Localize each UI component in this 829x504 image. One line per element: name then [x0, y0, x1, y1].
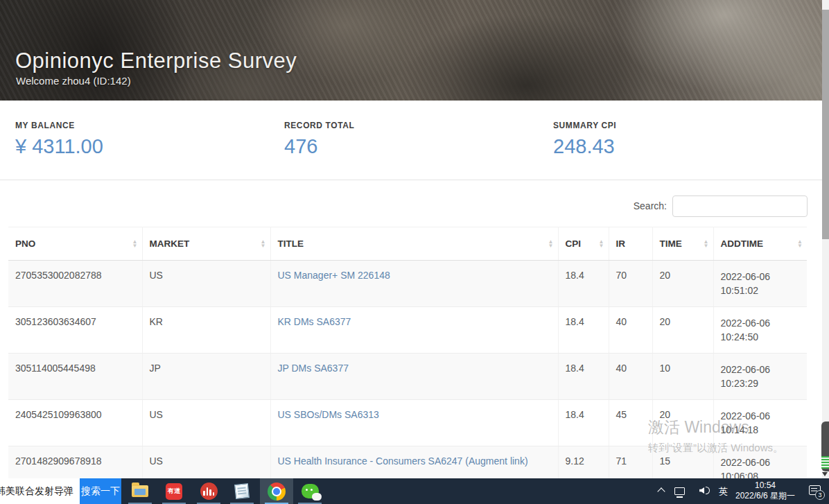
scrollbar-thumb[interactable]	[822, 10, 829, 239]
column-header-market[interactable]: MARKET▲▼	[142, 227, 270, 261]
survey-title-link[interactable]: KR DMs SA6377	[278, 316, 351, 327]
taskbar-clock[interactable]: 10:54 2022/6/6 星期一	[731, 480, 800, 501]
column-header-cpi[interactable]: CPI▲▼	[558, 227, 609, 261]
stat-value: 476	[284, 135, 354, 158]
cell-time: 20	[652, 400, 713, 446]
cell-addtime: 2022-06-06 10:14:18	[713, 400, 807, 446]
speaker-wave-icon	[706, 487, 710, 494]
speaker-icon[interactable]	[699, 487, 704, 494]
header-banner: Opinionyc Enterprise Survey Welcome zhou…	[0, 0, 822, 101]
welcome-text: Welcome zhou4 (ID:142)	[16, 75, 131, 87]
clock-time: 10:54	[731, 480, 800, 491]
stat-value: ¥ 4311.00	[15, 135, 103, 158]
netease-music-icon	[200, 483, 218, 500]
cell-cpi: 18.4	[558, 400, 609, 446]
cell-pno: 2705353002082788	[8, 261, 142, 307]
cell-pno: 305114005445498	[8, 354, 142, 400]
search-input[interactable]	[672, 195, 808, 217]
table-row: 2705353002082788USUS Manager+ SM 2261481…	[8, 261, 807, 307]
sort-icon: ▲▼	[132, 240, 138, 248]
cell-title: US Manager+ SM 226148	[270, 261, 558, 307]
table-search: Search:	[634, 195, 808, 217]
taskbar-file-explorer[interactable]	[123, 478, 157, 504]
chrome-icon	[268, 483, 286, 501]
column-header-ir[interactable]: IR▲▼	[609, 227, 652, 261]
cell-addtime: 2022-06-06 10:24:50	[713, 307, 807, 354]
cell-ir: 40	[609, 307, 652, 354]
taskbar: 韩美联合发射导弹 搜索一下 有道 英	[0, 478, 829, 504]
column-header-time[interactable]: TIME▲▼	[652, 227, 713, 261]
stat-value: 248.43	[553, 135, 616, 158]
stat-summary-cpi: SUMMARY CPI 248.43	[553, 121, 616, 158]
network-icon[interactable]	[674, 487, 685, 495]
cell-market: KR	[142, 307, 270, 354]
notification-badge: 3	[815, 490, 825, 500]
download-arrow-icon	[822, 472, 828, 476]
column-header-pno[interactable]: PNO▲▼	[8, 227, 142, 261]
cell-market: US	[142, 400, 270, 446]
cell-title: KR DMs SA6377	[270, 307, 558, 354]
cell-cpi: 18.4	[558, 307, 609, 354]
survey-title-link[interactable]: US SBOs/DMs SA6313	[278, 409, 379, 420]
survey-table: PNO▲▼ MARKET▲▼ TITLE▲▼ CPI▲▼ IR▲▼ TIME▲▼…	[8, 227, 807, 493]
cell-market: US	[142, 261, 270, 307]
sort-icon: ▲▼	[548, 240, 554, 248]
stat-label: MY BALANCE	[15, 121, 103, 130]
download-float-widget[interactable]	[821, 422, 829, 471]
cell-addtime: 2022-06-06 10:23:29	[713, 354, 807, 400]
survey-title-link[interactable]: JP DMs SA6377	[278, 363, 349, 374]
cell-market: JP	[142, 354, 270, 400]
cell-cpi: 18.4	[558, 261, 609, 307]
sort-icon: ▲▼	[704, 240, 709, 248]
clock-date: 2022/6/6 星期一	[731, 491, 800, 501]
column-header-addtime[interactable]: ADDTIME▲▼	[713, 227, 807, 261]
stat-record-total: RECORD TOTAL 476	[284, 121, 354, 158]
table-row: 305123603634607KRKR DMs SA637718.4402020…	[8, 307, 807, 354]
taskbar-chrome[interactable]	[260, 478, 293, 504]
sort-icon: ▲▼	[797, 240, 803, 248]
desktop-screen: Opinionyc Enterprise Survey Welcome zhou…	[0, 0, 829, 504]
section-divider	[0, 180, 822, 180]
page-title: Opinionyc Enterprise Survey	[15, 49, 297, 73]
taskbar-notepad[interactable]	[225, 478, 259, 504]
cell-ir: 70	[609, 261, 652, 307]
column-header-title[interactable]: TITLE▲▼	[270, 227, 558, 261]
page-scrollbar[interactable]	[822, 0, 829, 478]
cell-pno: 2405425109963800	[8, 400, 142, 446]
download-progress-stripes	[821, 456, 829, 469]
search-label: Search:	[634, 200, 667, 211]
taskbar-wechat[interactable]	[293, 478, 326, 504]
cell-title: US SBOs/DMs SA6313	[270, 400, 558, 446]
sort-icon: ▲▼	[599, 240, 604, 248]
tray-expand-chevron-icon[interactable]	[657, 487, 665, 495]
cell-time: 20	[652, 261, 713, 307]
stat-label: RECORD TOTAL	[284, 121, 354, 130]
cell-addtime: 2022-06-06 10:51:02	[713, 261, 807, 307]
cell-ir: 40	[609, 354, 652, 400]
youdao-dict-icon: 有道	[166, 483, 182, 500]
cell-time: 20	[652, 307, 713, 354]
cell-title: JP DMs SA6377	[270, 354, 558, 400]
stat-my-balance: MY BALANCE ¥ 4311.00	[15, 121, 103, 158]
survey-title-link[interactable]: US Manager+ SM 226148	[278, 270, 390, 281]
file-explorer-icon	[132, 485, 148, 497]
table-row: 305114005445498JPJP DMs SA637718.4401020…	[8, 354, 807, 400]
table-body: 2705353002082788USUS Manager+ SM 2261481…	[8, 261, 807, 493]
cell-time: 10	[652, 354, 713, 400]
taskbar-netease-music[interactable]	[192, 478, 225, 504]
taskbar-search-button[interactable]: 搜索一下	[80, 478, 121, 504]
cell-ir: 45	[609, 400, 652, 446]
input-language-indicator[interactable]: 英	[719, 485, 728, 498]
wechat-icon	[302, 484, 319, 498]
cell-cpi: 18.4	[558, 354, 609, 400]
taskbar-search-input[interactable]: 韩美联合发射导弹	[0, 478, 80, 504]
sort-icon: ▲▼	[261, 240, 266, 248]
table-row: 2405425109963800USUS SBOs/DMs SA631318.4…	[8, 400, 807, 446]
table-header-row: PNO▲▼ MARKET▲▼ TITLE▲▼ CPI▲▼ IR▲▼ TIME▲▼…	[8, 227, 807, 261]
taskbar-youdao[interactable]: 有道	[157, 478, 191, 504]
notepad-icon	[234, 483, 250, 499]
survey-title-link[interactable]: US Health Insurance - Consumers SA6247 (…	[278, 455, 528, 467]
stat-label: SUMMARY CPI	[553, 121, 616, 130]
cell-pno: 305123603634607	[8, 307, 142, 354]
